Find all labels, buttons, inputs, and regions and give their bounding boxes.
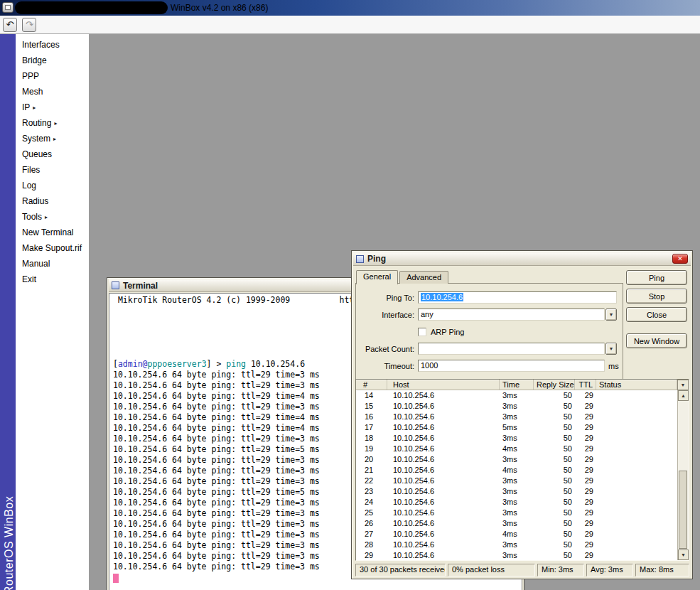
arp-ping-checkbox[interactable] [418,328,426,336]
table-row[interactable]: 2410.10.254.63ms5029 [356,497,677,508]
sidebar-item-interfaces[interactable]: Interfaces [16,37,89,53]
cell-time: 5ms [500,422,534,433]
table-row[interactable]: 1710.10.254.65ms5029 [356,422,677,433]
table-row[interactable]: 2810.10.254.63ms5029 [356,540,677,550]
sidebar-item-exit[interactable]: Exit [16,272,89,287]
sidebar-item-routing[interactable]: Routing▸ [16,115,89,131]
main-titlebar[interactable]: WinBox v4.2 on x86 (x86) [0,0,700,16]
chevron-down-icon: ▼ [681,382,686,387]
cell-time: 3ms [500,476,534,486]
sidebar-item-files[interactable]: Files [16,162,89,178]
table-header: #HostTimeReply SizeTTLStatus [356,380,677,390]
sidebar-item-system[interactable]: System▸ [16,131,89,146]
table-row[interactable]: 2310.10.254.63ms5029 [356,486,677,497]
interface-input[interactable]: any [418,309,605,321]
table-header-dropdown-button[interactable]: ▼ [677,380,689,390]
redo-button[interactable]: ↷ [22,18,36,32]
column-header-ttl[interactable]: TTL [575,380,596,390]
table-row[interactable]: 2110.10.254.64ms5029 [356,465,677,476]
sidebar-item-radius[interactable]: Radius [16,193,89,209]
sidebar-item-label: Interfaces [22,40,60,50]
sidebar-item-bridge[interactable]: Bridge [16,53,89,68]
cell-status [596,486,677,497]
table-row[interactable]: 1610.10.254.63ms5029 [356,412,677,422]
ping-window: Ping ✕ GeneralAdvanced Ping To: 10.10.25… [351,250,693,579]
sidebar-item-manual[interactable]: Manual [16,256,89,272]
cell-host: 10.10.254.6 [387,390,500,401]
cell-status [596,529,677,540]
table-row[interactable]: 1910.10.254.64ms5029 [356,444,677,454]
cell-ttl: 29 [575,433,596,444]
terminal-icon [112,281,119,289]
sidebar-item-label: Mesh [22,87,43,97]
table-body: 1410.10.254.63ms50291510.10.254.63ms5029… [356,390,677,560]
table-row[interactable]: 2910.10.254.63ms5029 [356,550,677,560]
scrollbar-thumb[interactable] [679,471,687,549]
cell-time: 4ms [500,444,534,454]
cell-size: 50 [534,444,575,454]
cell-time: 3ms [500,540,534,550]
cell-num: 16 [356,412,387,422]
cell-time: 3ms [500,486,534,497]
cell-host: 10.10.254.6 [387,401,500,412]
table-row[interactable]: 2610.10.254.63ms5029 [356,518,677,529]
undo-button[interactable]: ↶ [3,18,17,32]
column-header-reply-size[interactable]: Reply Size [534,380,575,390]
column-header-host[interactable]: Host [387,380,500,390]
interface-dropdown-button[interactable]: ▼ [605,309,617,321]
stop-button[interactable]: Stop [626,289,687,304]
table-row[interactable]: 2510.10.254.63ms5029 [356,508,677,518]
ping-to-input[interactable]: 10.10.254.6 [418,291,617,304]
close-button[interactable]: Close [626,307,687,322]
cell-ttl: 29 [575,465,596,476]
table-row[interactable]: 2010.10.254.63ms5029 [356,454,677,465]
cell-time: 4ms [500,529,534,540]
sidebar-item-make-supout-rif[interactable]: Make Supout.rif [16,240,89,256]
scroll-up-button[interactable]: ▲ [678,390,689,401]
tab-general[interactable]: General [356,270,398,284]
sidebar-item-new-terminal[interactable]: New Terminal [16,225,89,240]
cell-time: 3ms [500,518,534,529]
sidebar-item-mesh[interactable]: Mesh [16,84,89,100]
table-row[interactable]: 1510.10.254.63ms5029 [356,401,677,412]
chevron-down-icon: ▼ [609,346,614,351]
column-header-status[interactable]: Status [596,380,677,390]
cell-time: 3ms [500,550,534,560]
tab-advanced[interactable]: Advanced [399,271,448,284]
sidebar-item-ip[interactable]: IP▸ [16,100,89,115]
cell-num: 28 [356,540,387,550]
packet-count-input[interactable] [418,343,605,355]
cell-host: 10.10.254.6 [387,540,500,550]
table-row[interactable]: 2710.10.254.64ms5029 [356,529,677,540]
cell-time: 3ms [500,497,534,508]
cell-num: 29 [356,550,387,560]
chevron-down-icon: ▼ [609,312,614,317]
sidebar-item-ppp[interactable]: PPP [16,68,89,84]
column-header-num[interactable]: # [356,380,387,390]
column-header-time[interactable]: Time [500,380,534,390]
ping-button[interactable]: Ping [626,270,687,285]
table-row[interactable]: 1410.10.254.63ms5029 [356,390,677,401]
cell-host: 10.10.254.6 [387,422,500,433]
ping-titlebar[interactable]: Ping ✕ [353,252,691,266]
scroll-down-button[interactable]: ▼ [678,549,689,560]
packet-count-dropdown-button[interactable]: ▼ [605,343,617,355]
statusbar-cell: 30 of 30 packets received [355,564,446,576]
sidebar-item-log[interactable]: Log [16,178,89,193]
table-row[interactable]: 2210.10.254.63ms5029 [356,476,677,486]
new-window-button[interactable]: New Window [626,333,687,348]
sidebar-item-queues[interactable]: Queues [16,146,89,162]
table-row[interactable]: 1810.10.254.63ms5029 [356,433,677,444]
cell-host: 10.10.254.6 [387,444,500,454]
sidebar-item-tools[interactable]: Tools▸ [16,209,89,225]
cell-num: 14 [356,390,387,401]
ping-results-table: #HostTimeReply SizeTTLStatus ▼ 1410.10.2… [355,379,689,561]
table-scrollbar[interactable]: ▲ ▼ [677,390,689,560]
prompt-part: [ [113,359,118,369]
cell-status [596,465,677,476]
timeout-input[interactable]: 1000 [418,360,605,372]
close-button[interactable]: ✕ [672,254,688,264]
ping-to-label: Ping To: [357,294,414,302]
cell-status [596,401,677,412]
cell-host: 10.10.254.6 [387,476,500,486]
